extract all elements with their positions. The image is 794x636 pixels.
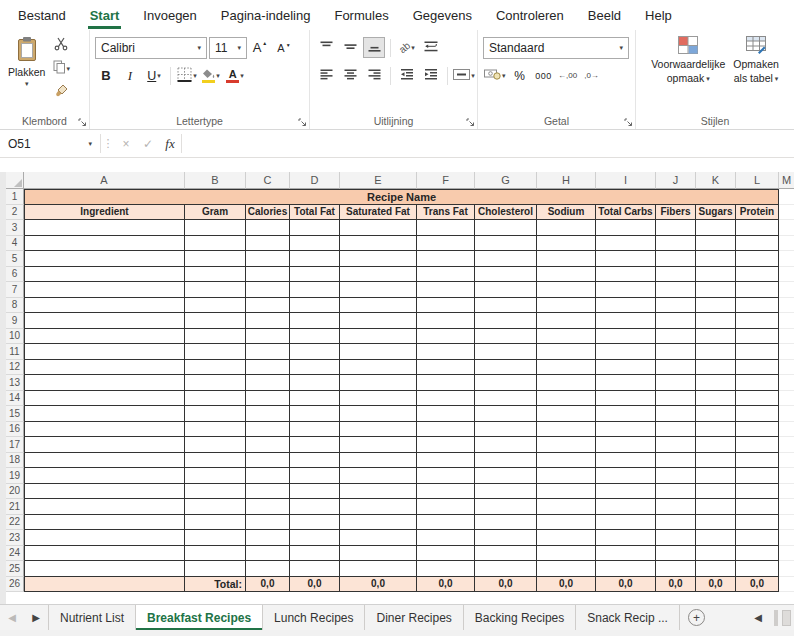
cell-D3[interactable] (290, 220, 340, 236)
cell-C19[interactable] (246, 468, 290, 484)
cell-I22[interactable] (596, 515, 656, 531)
column-title-trans-fat[interactable]: Trans Fat (417, 205, 475, 221)
cell-C10[interactable] (246, 329, 290, 345)
sheet-tab-nutrient-list[interactable]: Nutrient List (49, 605, 136, 630)
decrease-decimal-button[interactable]: ,0→ (581, 65, 603, 86)
cell-J11[interactable] (656, 344, 696, 360)
row-header-22[interactable]: 22 (6, 515, 24, 531)
cell-K19[interactable] (696, 468, 736, 484)
cell-E15[interactable] (340, 406, 417, 422)
dialog-launcher-icon[interactable] (624, 118, 633, 127)
menu-tab-bestand[interactable]: Bestand (6, 0, 78, 30)
cell-L22[interactable] (736, 515, 779, 531)
cell-C18[interactable] (246, 453, 290, 469)
cell-B16[interactable] (185, 422, 246, 438)
menu-tab-pagina-indeling[interactable]: Pagina-indeling (209, 0, 323, 30)
cell-J21[interactable] (656, 499, 696, 515)
cell-H25[interactable] (537, 561, 596, 577)
cell-G16[interactable] (475, 422, 537, 438)
row-header-8[interactable]: 8 (6, 298, 24, 314)
cell-E23[interactable] (340, 530, 417, 546)
cell-D15[interactable] (290, 406, 340, 422)
cell-G24[interactable] (475, 546, 537, 562)
cell-A11[interactable] (24, 344, 185, 360)
column-header-G[interactable]: G (475, 172, 537, 189)
cell-I8[interactable] (596, 298, 656, 314)
cell-H24[interactable] (537, 546, 596, 562)
cell-D10[interactable] (290, 329, 340, 345)
cell-E12[interactable] (340, 360, 417, 376)
cell-C9[interactable] (246, 313, 290, 329)
insert-function-button[interactable]: fx (159, 130, 181, 157)
comma-format-button[interactable]: 000 (533, 65, 555, 86)
cell-K14[interactable] (696, 391, 736, 407)
cell-I18[interactable] (596, 453, 656, 469)
cell-I3[interactable] (596, 220, 656, 236)
cell-A21[interactable] (24, 499, 185, 515)
cell-E25[interactable] (340, 561, 417, 577)
cell-K6[interactable] (696, 267, 736, 283)
cell-I7[interactable] (596, 282, 656, 298)
cell-I25[interactable] (596, 561, 656, 577)
cell-I9[interactable] (596, 313, 656, 329)
cell-L6[interactable] (736, 267, 779, 283)
cell-F20[interactable] (417, 484, 475, 500)
cell-E10[interactable] (340, 329, 417, 345)
cell-outside-25[interactable] (779, 561, 794, 577)
cell-B24[interactable] (185, 546, 246, 562)
cell-C20[interactable] (246, 484, 290, 500)
cell-outside-22[interactable] (779, 515, 794, 531)
name-box[interactable]: O51 (0, 130, 100, 157)
row-header-5[interactable]: 5 (6, 251, 24, 267)
column-title-total-fat[interactable]: Total Fat (290, 205, 340, 221)
cell-E20[interactable] (340, 484, 417, 500)
cell-A18[interactable] (24, 453, 185, 469)
cell-total-L26[interactable]: 0,0 (736, 577, 779, 593)
column-header-A[interactable]: A (24, 172, 185, 189)
cell-F12[interactable] (417, 360, 475, 376)
paste-button[interactable]: Plakken (5, 33, 48, 113)
cell-E9[interactable] (340, 313, 417, 329)
sheet-next-button[interactable]: ▶ (24, 605, 48, 630)
percent-format-button[interactable]: % (509, 65, 531, 86)
cell-I15[interactable] (596, 406, 656, 422)
cell-D19[interactable] (290, 468, 340, 484)
sheet-tab-breakfast-recipes[interactable]: Breakfast Recipes (136, 605, 263, 630)
cell-H10[interactable] (537, 329, 596, 345)
cell-D14[interactable] (290, 391, 340, 407)
cell-D22[interactable] (290, 515, 340, 531)
cell-F19[interactable] (417, 468, 475, 484)
cell-J20[interactable] (656, 484, 696, 500)
cell-outside-2[interactable] (779, 205, 794, 221)
menu-tab-controleren[interactable]: Controleren (484, 0, 576, 30)
column-header-H[interactable]: H (537, 172, 596, 189)
decrease-indent-button[interactable] (396, 65, 418, 86)
cell-J6[interactable] (656, 267, 696, 283)
cell-B11[interactable] (185, 344, 246, 360)
wrap-text-button[interactable] (420, 37, 442, 58)
cell-C11[interactable] (246, 344, 290, 360)
cell-D21[interactable] (290, 499, 340, 515)
cell-F16[interactable] (417, 422, 475, 438)
cell-D24[interactable] (290, 546, 340, 562)
cell-A5[interactable] (24, 251, 185, 267)
column-title-protein[interactable]: Protein (736, 205, 779, 221)
menu-tab-beeld[interactable]: Beeld (576, 0, 633, 30)
column-header-M[interactable]: M (779, 172, 794, 189)
sheet-tab-snack-recip[interactable]: Snack Recip ... (576, 605, 680, 630)
cell-outside-13[interactable] (779, 375, 794, 391)
cell-outside-14[interactable] (779, 391, 794, 407)
cell-L23[interactable] (736, 530, 779, 546)
cell-A8[interactable] (24, 298, 185, 314)
cell-A13[interactable] (24, 375, 185, 391)
cell-C5[interactable] (246, 251, 290, 267)
cell-outside-4[interactable] (779, 236, 794, 252)
align-center-button[interactable] (339, 65, 361, 86)
font-size-select[interactable]: 11 (209, 37, 247, 59)
cell-J13[interactable] (656, 375, 696, 391)
row-header-12[interactable]: 12 (6, 360, 24, 376)
cell-D17[interactable] (290, 437, 340, 453)
row-header-4[interactable]: 4 (6, 236, 24, 252)
italic-button[interactable]: I (119, 65, 141, 86)
cell-E17[interactable] (340, 437, 417, 453)
